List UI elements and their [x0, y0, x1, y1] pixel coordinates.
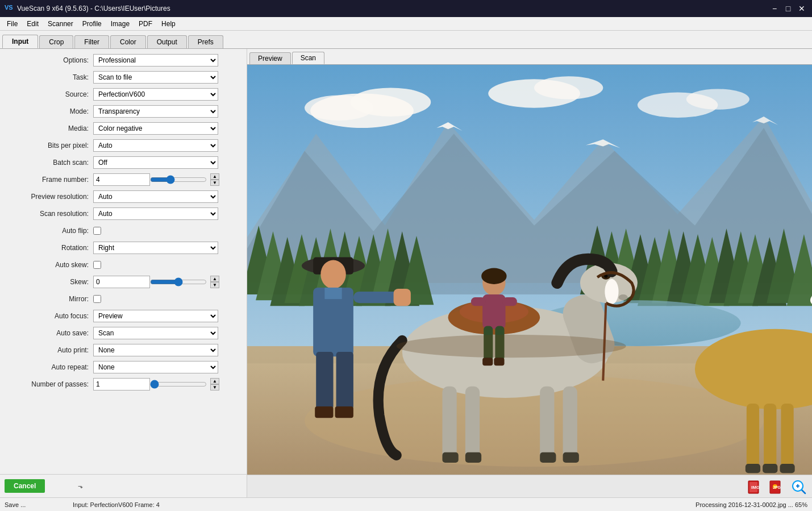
- spin-down-frame[interactable]: ▼: [210, 180, 219, 186]
- setting-select-media[interactable]: Color negativeColor positiveB&W negative: [93, 122, 218, 135]
- settings-scroll[interactable]: Options:ProfessionalBasicTask:Scan to fi…: [0, 49, 247, 474]
- setting-label-auto_focus: Auto focus:: [2, 312, 93, 320]
- setting-label-media: Media:: [2, 124, 93, 132]
- setting-select-auto_print[interactable]: NoneScanPreview: [93, 344, 218, 356]
- menu-item-pdf[interactable]: PDF: [134, 19, 157, 29]
- bottom-toolbar: IMG JPG: [247, 475, 812, 497]
- spin-up-skew[interactable]: ▲: [210, 276, 219, 282]
- setting-select-preview_res[interactable]: Auto75150300: [93, 190, 218, 203]
- setting-row-options: Options:ProfessionalBasic: [2, 53, 244, 67]
- spin-down-passes[interactable]: ▼: [210, 384, 219, 390]
- setting-row-auto_skew: Auto skew:: [2, 258, 244, 272]
- setting-select-batch[interactable]: OffOn: [93, 156, 218, 169]
- setting-select-rotation[interactable]: NoneLeftRight180: [93, 242, 218, 254]
- setting-row-bits: Bits per pixel:Auto8162448: [2, 139, 244, 152]
- setting-checkbox-auto_skew[interactable]: [93, 261, 101, 269]
- status-processing: Processing 2016-12-31-0002.jpg ... 65%: [696, 501, 807, 508]
- setting-control-auto_flip: [93, 227, 244, 235]
- main-content: Options:ProfessionalBasicTask:Scan to fi…: [0, 49, 812, 497]
- setting-select-auto_save[interactable]: ScanNonePreview: [93, 327, 218, 339]
- setting-label-batch: Batch scan:: [2, 159, 93, 167]
- setting-label-auto_save: Auto save:: [2, 329, 93, 337]
- setting-select-bits[interactable]: Auto8162448: [93, 139, 218, 152]
- setting-label-scan_res: Scan resolution:: [2, 210, 93, 218]
- setting-select-auto_repeat[interactable]: NoneOn: [93, 361, 218, 373]
- menu-item-image[interactable]: Image: [106, 19, 134, 29]
- setting-control-bits: Auto8162448: [93, 139, 244, 152]
- spin-up-passes[interactable]: ▲: [210, 378, 219, 384]
- setting-row-preview_res: Preview resolution:Auto75150300: [2, 190, 244, 203]
- tab-input[interactable]: Input: [2, 35, 38, 48]
- right-panel: PreviewScan: [247, 49, 812, 497]
- setting-select-task[interactable]: Scan to fileScan to emailScan to printer: [93, 71, 218, 84]
- menu-item-edit[interactable]: Edit: [22, 19, 43, 29]
- spin-up-frame[interactable]: ▲: [210, 173, 219, 180]
- setting-checkbox-mirror[interactable]: [93, 295, 101, 303]
- svg-rect-92: [247, 65, 812, 475]
- setting-input-frame[interactable]: [93, 173, 150, 186]
- setting-label-auto_flip: Auto flip:: [2, 227, 93, 235]
- setting-select-scan_res[interactable]: Auto751503006001200: [93, 207, 218, 220]
- setting-input-passes[interactable]: [93, 378, 150, 390]
- menu-item-profile[interactable]: Profile: [78, 19, 106, 29]
- preview-tab-scan[interactable]: Scan: [292, 52, 324, 64]
- setting-row-auto_focus: Auto focus:PreviewNoneScan: [2, 309, 244, 323]
- left-panel: Options:ProfessionalBasicTask:Scan to fi…: [0, 49, 247, 497]
- setting-range-frame[interactable]: [150, 175, 207, 184]
- bottom-panel: Cancel ⬎: [0, 474, 247, 497]
- setting-control-skew: ▲▼: [93, 276, 244, 288]
- setting-select-mode[interactable]: TransparencyFlatbedADF front: [93, 105, 218, 118]
- setting-control-frame: ▲▼: [93, 173, 244, 186]
- zoom-in-btn[interactable]: [789, 477, 807, 496]
- svg-text:IMG: IMG: [751, 485, 760, 490]
- photo-icon-btn[interactable]: JPG: [768, 477, 786, 496]
- setting-row-auto_flip: Auto flip:: [2, 224, 244, 238]
- setting-range-skew[interactable]: [150, 277, 207, 286]
- setting-control-auto_focus: PreviewNoneScan: [93, 310, 244, 322]
- title-bar-left: VS VueScan 9 x64 (9.5.63) - C:\Users\IEU…: [5, 4, 170, 13]
- setting-label-passes: Number of passes:: [2, 380, 93, 388]
- setting-input-skew[interactable]: [93, 276, 150, 288]
- setting-row-auto_save: Auto save:ScanNonePreview: [2, 326, 244, 340]
- tab-crop[interactable]: Crop: [39, 35, 73, 48]
- tab-color[interactable]: Color: [110, 35, 146, 48]
- setting-control-auto_save: ScanNonePreview: [93, 327, 244, 339]
- tab-filter[interactable]: Filter: [74, 35, 109, 48]
- preview-image: [247, 65, 812, 475]
- menu-item-scanner[interactable]: Scanner: [43, 19, 78, 29]
- minimize-button[interactable]: −: [769, 3, 780, 14]
- setting-label-auto_repeat: Auto repeat:: [2, 363, 93, 371]
- preview-tab-preview[interactable]: Preview: [249, 52, 291, 64]
- maximize-button[interactable]: □: [782, 3, 794, 14]
- tab-output[interactable]: Output: [147, 35, 187, 48]
- setting-row-mode: Mode:TransparencyFlatbedADF front: [2, 105, 244, 118]
- tab-prefs[interactable]: Prefs: [188, 35, 223, 48]
- setting-label-auto_print: Auto print:: [2, 346, 93, 354]
- setting-label-frame: Frame number:: [2, 176, 93, 184]
- setting-row-passes: Number of passes:▲▼: [2, 377, 244, 391]
- setting-checkbox-auto_flip[interactable]: [93, 227, 101, 235]
- spin-down-skew[interactable]: ▼: [210, 282, 219, 288]
- setting-label-auto_skew: Auto skew:: [2, 261, 93, 269]
- setting-row-auto_repeat: Auto repeat:NoneOn: [2, 360, 244, 374]
- setting-select-source[interactable]: PerfectionV600Flatbed: [93, 88, 218, 101]
- setting-select-options[interactable]: ProfessionalBasic: [93, 54, 218, 67]
- setting-control-passes: ▲▼: [93, 378, 244, 390]
- setting-label-mode: Mode:: [2, 107, 93, 115]
- setting-label-skew: Skew:: [2, 278, 93, 286]
- main-tab-bar: InputCropFilterColorOutputPrefs: [0, 31, 812, 49]
- zoom-in-icon: [790, 479, 806, 495]
- setting-range-passes[interactable]: [150, 380, 207, 389]
- scan-icon-btn[interactable]: IMG: [746, 477, 764, 496]
- close-button[interactable]: ✕: [796, 3, 807, 14]
- setting-control-batch: OffOn: [93, 156, 244, 169]
- svg-line-103: [802, 490, 805, 493]
- cancel-button[interactable]: Cancel: [5, 479, 45, 493]
- menu-item-file[interactable]: File: [2, 19, 22, 29]
- app-icon: VS: [5, 4, 14, 13]
- menu-item-help[interactable]: Help: [157, 19, 180, 29]
- setting-select-auto_focus[interactable]: PreviewNoneScan: [93, 310, 218, 322]
- status-save: Save ...: [5, 501, 61, 508]
- setting-row-task: Task:Scan to fileScan to emailScan to pr…: [2, 70, 244, 84]
- setting-label-mirror: Mirror:: [2, 295, 93, 303]
